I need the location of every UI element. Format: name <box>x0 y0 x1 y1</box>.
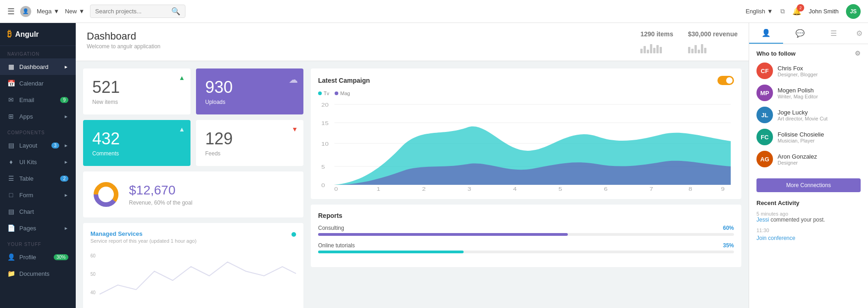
follow-role: Musician, Player <box>778 138 861 143</box>
search-icon[interactable]: 🔍 <box>171 7 180 16</box>
who-to-follow-title: Who to follow ⚙ <box>756 50 861 57</box>
chart-legend: Tv Mag <box>318 91 734 96</box>
sidebar-item-email[interactable]: ✉ Email 9 <box>0 91 76 108</box>
svg-text:20: 20 <box>321 103 329 108</box>
stat-bar <box>660 47 662 53</box>
stat-bar <box>691 49 694 53</box>
search-input[interactable] <box>95 8 168 15</box>
profile-icon: 👤 <box>7 253 15 261</box>
user-quick-icon[interactable]: 👤 <box>20 6 31 17</box>
sidebar-item-label: Table <box>19 175 56 182</box>
arrow-up-icon: ▲ <box>179 74 185 81</box>
metric-label: Feeds <box>205 150 294 157</box>
mega-menu-button[interactable]: Mega ▼ <box>37 8 59 15</box>
svg-text:0: 0 <box>321 183 325 188</box>
svg-text:15: 15 <box>321 121 329 126</box>
new-menu-button[interactable]: New ▼ <box>65 8 84 15</box>
profile-badge: 30% <box>54 254 68 260</box>
sidebar-item-profile[interactable]: 👤 Profile 30% <box>0 249 76 265</box>
chart-toggle[interactable] <box>717 76 734 85</box>
notifications-button[interactable]: 🔔 2 <box>792 7 801 16</box>
expand-icon[interactable]: ⧉ <box>780 7 785 15</box>
svg-text:0: 0 <box>334 187 338 192</box>
follow-item: FC Folisise Chosielie Musician, Player <box>756 129 861 145</box>
sidebar-item-chart[interactable]: ▤ Chart <box>0 203 76 220</box>
sidebar-item-apps[interactable]: ⊞ Apps ► <box>0 108 76 125</box>
sidebar-item-layout[interactable]: ▤ Layout 3 ► <box>0 137 76 154</box>
language-selector[interactable]: English ▼ <box>745 8 773 15</box>
topnav: ☰ 👤 Mega ▼ New ▼ 🔍 English ▼ ⧉ 🔔 2 John … <box>0 0 868 23</box>
follow-info: Mogen Polish Writer, Mag Editor <box>778 87 861 99</box>
user-avatar[interactable]: JS <box>846 4 861 19</box>
chevron-down-icon: ▼ <box>78 8 84 15</box>
arrow-down-icon: ▼ <box>291 125 298 133</box>
follow-name: Aron Gonzalez <box>778 153 861 160</box>
follow-name: Folisise Chosielie <box>778 131 861 138</box>
metrics-row-2: ▲ 432 Comments ▼ 129 Feeds <box>83 120 303 166</box>
topnav-left: ☰ 👤 Mega ▼ New ▼ 🔍 <box>7 5 740 18</box>
revenue-amount: $12,670 <box>129 183 192 198</box>
sidebar-item-dashboard[interactable]: ▦ Dashboard ► <box>0 58 76 75</box>
sidebar-item-label: Layout <box>19 142 47 149</box>
hamburger-icon[interactable]: ☰ <box>7 6 15 17</box>
activity-user-link[interactable]: Jessi <box>756 217 769 223</box>
stat-bar <box>644 46 646 53</box>
upload-icon: ☁ <box>289 74 298 85</box>
metric-label: Uploads <box>205 99 294 105</box>
panel-tab-settings[interactable]: ☰ <box>817 23 851 43</box>
follow-item: AG Aron Gonzalez Designer <box>756 151 861 167</box>
items-stat-chart <box>640 40 673 53</box>
components-section-label: Components <box>0 125 76 137</box>
svg-text:5: 5 <box>559 187 562 192</box>
area-chart: 20 15 10 5 0 <box>318 100 734 192</box>
chart-icon: ▤ <box>7 208 15 215</box>
mystuff-section-label: Your Stuff <box>0 236 76 249</box>
left-column: ▲ 521 New items ☁ 930 Uploads ▲ <box>83 68 303 308</box>
managed-header: Managed Services Service report of this … <box>90 230 196 248</box>
activity-join-link[interactable]: Join conference <box>756 235 861 241</box>
svg-text:5: 5 <box>321 165 325 170</box>
sidebar-item-form[interactable]: □ Form ► <box>0 187 76 203</box>
metric-new-items: ▲ 521 New items <box>83 68 190 114</box>
panel-tab-profile[interactable]: 👤 <box>749 23 783 44</box>
svg-text:50: 50 <box>90 272 96 277</box>
panel-tab-messages[interactable]: 💬 <box>783 23 817 43</box>
activity-item: 5 minutes ago Jessi commented your post. <box>756 211 861 223</box>
sidebar-item-calendar[interactable]: 📅 Calendar <box>0 75 76 91</box>
managed-chart: 60 50 40 <box>90 248 296 303</box>
chevron-icon: ► <box>64 226 68 231</box>
sidebar-item-documents[interactable]: 📁 Documents <box>0 265 76 282</box>
svg-text:7: 7 <box>650 187 653 192</box>
report-percentage: 60% <box>723 225 734 231</box>
metric-value: 129 <box>205 129 294 148</box>
metrics-row-1: ▲ 521 New items ☁ 930 Uploads <box>83 68 303 114</box>
page-stats: 1290 items $30,000 revenue <box>640 30 738 53</box>
sidebar-item-label: Dashboard <box>19 63 59 70</box>
legend-dot-tv <box>318 91 322 95</box>
stat-bar <box>656 45 659 53</box>
managed-services-card: Managed Services Service report of this … <box>83 223 303 308</box>
managed-title: Managed Services <box>90 230 196 237</box>
donut-chart <box>92 181 120 208</box>
progress-fill <box>318 251 464 253</box>
sidebar-item-uikits[interactable]: ♦ UI Kits ► <box>0 154 76 170</box>
items-stat: 1290 items <box>640 30 673 53</box>
sidebar-item-pages[interactable]: 📄 Pages ► <box>0 220 76 236</box>
sidebar-item-table[interactable]: ☰ Table 2 <box>0 170 76 187</box>
metric-comments: ▲ 432 Comments <box>83 120 190 166</box>
report-label: Consulting <box>318 225 344 231</box>
more-connections-button[interactable]: More Connections <box>756 178 861 192</box>
chevron-icon: ► <box>64 143 68 148</box>
panel-settings-icon[interactable]: ⚙ <box>851 23 868 43</box>
stat-bar <box>640 49 643 53</box>
gear-icon[interactable]: ⚙ <box>855 50 861 57</box>
logo-icon: ₿ <box>7 29 11 39</box>
follow-item: CF Chris Fox Designer, Blogger <box>756 63 861 79</box>
stat-bar <box>650 44 652 53</box>
svg-text:1: 1 <box>376 187 380 192</box>
stat-bar <box>701 44 703 53</box>
metric-value: 432 <box>92 129 181 148</box>
latest-campaign-card: Latest Campaign Tv Mag 20 15 10 5 <box>311 68 741 199</box>
right-column: Latest Campaign Tv Mag 20 15 10 5 <box>311 68 741 308</box>
follow-role: Designer, Blogger <box>778 72 861 77</box>
